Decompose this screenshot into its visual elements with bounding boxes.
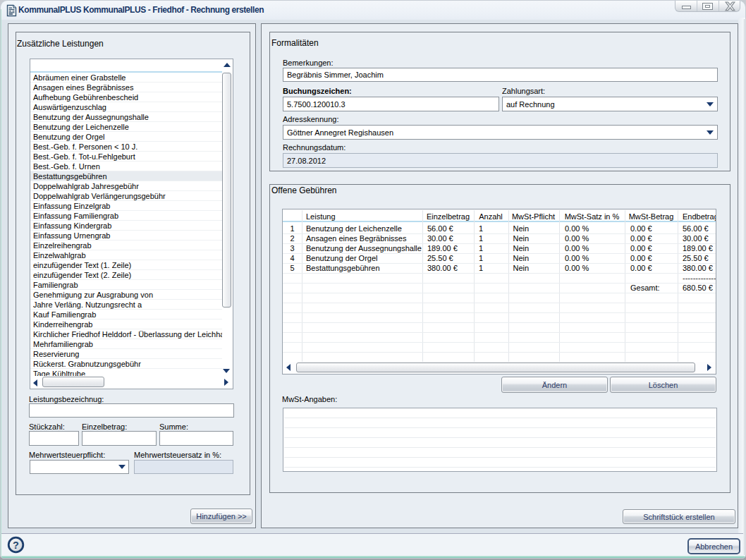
svg-text:?: ? bbox=[13, 540, 19, 551]
